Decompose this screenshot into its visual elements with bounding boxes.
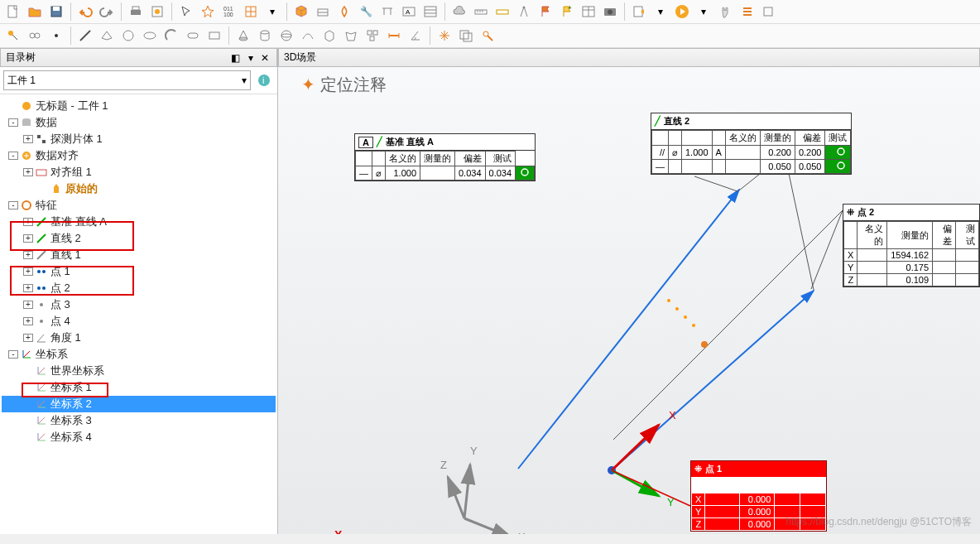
more-icon[interactable] [758,2,778,22]
patch-icon[interactable] [298,26,318,46]
tree-item[interactable]: 坐标系 4 [2,429,276,445]
workpiece-combo[interactable]: 工件 1 ▾ [3,70,251,90]
tree-item[interactable]: 坐标系 3 [2,412,276,429]
hand-icon[interactable] [715,2,735,22]
cone-icon[interactable] [233,26,253,46]
table-cells-icon[interactable] [420,2,440,22]
minimize-icon[interactable]: ▾ [246,52,256,64]
tree-item[interactable]: -数据对齐 [2,147,276,164]
layers2-icon[interactable] [456,26,476,46]
box-icon[interactable] [319,26,339,46]
caliper-icon[interactable] [377,2,397,22]
tree-item[interactable]: +点 3 [2,296,276,313]
tree-item[interactable]: +探测片体 1 [2,131,276,147]
cube-icon[interactable] [291,2,311,22]
cylinder-icon[interactable] [255,26,275,46]
callout-line-a[interactable]: A ╱ 基准 直线 A 名义的测量的偏差测试—⌀1.0000.0340.034 [354,133,536,181]
svg-line-71 [37,251,46,259]
plane-icon[interactable] [97,26,117,46]
slot-icon[interactable] [183,26,203,46]
save-icon[interactable] [46,2,66,22]
tree-item[interactable]: +直线 2 [2,230,276,247]
svg-point-39 [35,33,40,38]
svg-point-122 [838,148,844,155]
print-icon[interactable] [126,2,146,22]
tree-item[interactable]: +直线 1 [2,247,276,263]
table-icon[interactable] [579,2,598,22]
flag-icon[interactable] [536,2,555,22]
tree-item[interactable]: -特征 [2,197,276,214]
svg-line-97 [612,291,814,470]
star-icon[interactable] [198,2,218,22]
svg-point-121 [521,169,528,176]
viewport-3d[interactable]: ✦ 定位注释 [278,67,980,534]
binary-icon[interactable]: 011100 [219,2,239,22]
settings-icon[interactable] [147,2,167,22]
new-file-icon[interactable] [3,2,23,22]
svg-rect-62 [22,120,31,126]
svg-point-106 [692,324,695,327]
tree-item[interactable]: 无标题 - 工件 1 [2,98,276,114]
chevron-down-icon[interactable]: ▾ [651,2,670,22]
dock-icon[interactable]: ◧ [228,52,243,64]
list-icon[interactable] [737,2,757,22]
redo-icon[interactable] [97,2,117,22]
ellipse-icon[interactable] [140,26,160,46]
tree-item[interactable]: +角度 1 [2,330,276,346]
chevron-down-icon[interactable]: ▾ [694,2,713,22]
export-icon[interactable] [629,2,649,22]
surface-icon[interactable] [313,2,333,22]
tree-item[interactable]: 原始的 [2,181,276,197]
svg-text:011: 011 [223,6,233,12]
cursor-icon[interactable] [176,2,196,22]
dot-icon[interactable] [46,26,66,46]
close-icon[interactable]: ✕ [258,52,271,64]
grid-icon[interactable] [241,2,261,22]
flag-plus-icon[interactable]: + [557,2,577,22]
tree-item[interactable]: 坐标系 1 [2,379,276,396]
callout-point-2[interactable]: ⁜ 点 2 名义的测量的偏差测试X1594.162Y0.175Z0.109 [843,204,980,287]
undo-icon[interactable] [75,2,95,22]
info-icon[interactable]: i [254,70,274,90]
svg-point-68 [22,201,31,209]
circle-icon[interactable] [118,26,138,46]
circles-icon[interactable] [25,26,45,46]
cloud-icon[interactable] [449,2,469,22]
chevron-down-icon[interactable]: ▾ [262,2,282,22]
tree-item[interactable]: 坐标系 2 [2,396,276,412]
feature-tree[interactable]: 无标题 - 工件 1-数据+探测片体 1-数据对齐+对齐组 1原始的-特征+基准… [0,94,277,534]
tree-item[interactable]: 世界坐标系 [2,363,276,379]
open-file-icon[interactable] [25,2,45,22]
angle-icon[interactable] [406,26,425,46]
tree-item[interactable]: +基准 直线 A [2,214,276,230]
width-icon[interactable] [384,26,404,46]
pick-icon[interactable] [3,26,23,46]
ruler2-icon[interactable] [492,2,512,22]
svg-point-24 [523,7,526,9]
play-icon[interactable] [672,2,692,22]
svg-point-76 [40,303,43,306]
line-icon[interactable] [75,26,95,46]
callout-line-2[interactable]: ╱ 直线 2 名义的测量的偏差测试//⌀1.000A0.2000.200—0.0… [651,113,852,175]
poly-icon[interactable] [341,26,361,46]
tree-item[interactable]: +点 4 [2,313,276,330]
tree-item[interactable]: -数据 [2,114,276,131]
wrench-icon[interactable]: 🔧 [356,2,376,22]
tree-item[interactable]: +对齐组 1 [2,164,276,181]
sphere-icon[interactable] [276,26,296,46]
arc-icon[interactable] [161,26,181,46]
tree-item[interactable]: +点 1 [2,263,276,280]
camera-icon[interactable] [600,2,620,22]
compass-icon[interactable] [514,2,534,22]
tree-item[interactable]: +点 2 [2,280,276,296]
svg-rect-19 [475,10,487,14]
text-box-icon[interactable]: A [399,2,419,22]
viewport-panel-title: 3D场景 [284,51,316,65]
tree-item[interactable]: -坐标系 [2,346,276,363]
rect-icon[interactable] [204,26,224,46]
tool-icon[interactable] [478,26,497,46]
sparkle-icon[interactable] [435,26,454,46]
flame-icon[interactable] [334,2,354,22]
ruler-icon[interactable] [471,2,491,22]
group-icon[interactable] [363,26,382,46]
